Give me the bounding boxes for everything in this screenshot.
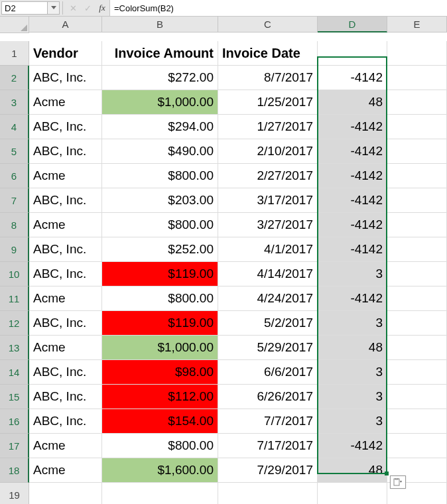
cell-C3[interactable]: 1/25/2017 [218,90,318,115]
cell-C4[interactable]: 1/27/2017 [218,115,318,139]
cell-E9[interactable] [387,237,447,262]
cell-A13[interactable]: Acme [29,336,102,360]
cell-A15[interactable]: ABC, Inc. [29,385,102,409]
cell-B17[interactable]: $800.00 [102,434,218,458]
cell-B3[interactable]: $1,000.00 [102,90,218,115]
column-header-B[interactable]: B [102,17,218,32]
cell-C13[interactable]: 5/29/2017 [218,336,318,360]
cell-C16[interactable]: 7/7/2017 [218,409,318,434]
row-header-12[interactable]: 12 [0,311,29,336]
cell-E16[interactable] [387,409,447,434]
cell-C11[interactable]: 4/24/2017 [218,286,318,311]
row-header-18[interactable]: 18 [0,458,29,483]
cell-A10[interactable]: ABC, Inc. [29,262,102,286]
cell-D16[interactable]: 3 [318,409,387,434]
cell-C14[interactable]: 6/6/2017 [218,360,318,385]
name-box[interactable] [1,1,48,15]
column-header-E[interactable]: E [387,17,447,32]
enter-formula-button[interactable]: ✓ [80,0,95,16]
cell-B5[interactable]: $490.00 [102,139,218,164]
cell-A7[interactable]: ABC, Inc. [29,188,102,213]
select-all-corner[interactable] [0,17,29,33]
cell-D14[interactable]: 3 [318,360,387,385]
insert-function-button[interactable]: fx [95,0,109,16]
cell-C8[interactable]: 3/27/2017 [218,213,318,237]
cell-B11[interactable]: $800.00 [102,286,218,311]
cell-D8[interactable]: -4142 [318,213,387,237]
cell-E6[interactable] [387,164,447,188]
cell-D17[interactable]: -4142 [318,434,387,458]
cell-A11[interactable]: Acme [29,286,102,311]
row-header-11[interactable]: 11 [0,286,29,311]
row-header-13[interactable]: 13 [0,336,29,360]
cell-C17[interactable]: 7/17/2017 [218,434,318,458]
cell-C19[interactable] [218,483,318,504]
row-header-7[interactable]: 7 [0,188,29,213]
column-header-D[interactable]: D [318,17,387,32]
row-header-8[interactable]: 8 [0,213,29,237]
cell-A3[interactable]: Acme [29,90,102,115]
cell-D5[interactable]: -4142 [318,139,387,164]
row-header-4[interactable]: 4 [0,115,29,139]
cell-A6[interactable]: Acme [29,164,102,188]
cell-A12[interactable]: ABC, Inc. [29,311,102,336]
cell-A2[interactable]: ABC, Inc. [29,66,102,90]
cell-E3[interactable] [387,90,447,115]
cell-E14[interactable] [387,360,447,385]
column-header-C[interactable]: C [218,17,318,32]
cell-D18[interactable]: 48 [318,458,387,483]
row-header-19[interactable]: 19 [0,483,29,504]
cell-A5[interactable]: ABC, Inc. [29,139,102,164]
cell-E8[interactable] [387,213,447,237]
name-box-dropdown[interactable] [48,1,60,15]
cell-D9[interactable]: -4142 [318,237,387,262]
cell-A18[interactable]: Acme [29,458,102,483]
row-header-1[interactable]: 1 [0,41,29,66]
cell-E11[interactable] [387,286,447,311]
cell-C7[interactable]: 3/17/2017 [218,188,318,213]
cell-E13[interactable] [387,336,447,360]
cell-E1[interactable] [387,41,447,66]
cell-D7[interactable]: -4142 [318,188,387,213]
cell-B10[interactable]: $119.00 [102,262,218,286]
row-header-14[interactable]: 14 [0,360,29,385]
cell-C6[interactable]: 2/27/2017 [218,164,318,188]
cell-E5[interactable] [387,139,447,164]
cell-C12[interactable]: 5/2/2017 [218,311,318,336]
cell-D15[interactable]: 3 [318,385,387,409]
cell-E2[interactable] [387,66,447,90]
cell-A8[interactable]: Acme [29,213,102,237]
cell-D2[interactable]: -4142 [318,66,387,90]
row-header-10[interactable]: 10 [0,262,29,286]
cell-B13[interactable]: $1,000.00 [102,336,218,360]
cell-E17[interactable] [387,434,447,458]
row-header-17[interactable]: 17 [0,434,29,458]
cell-E15[interactable] [387,385,447,409]
cell-E12[interactable] [387,311,447,336]
cell-D19[interactable] [318,483,387,504]
cell-C9[interactable]: 4/1/2017 [218,237,318,262]
cell-A17[interactable]: Acme [29,434,102,458]
cell-B8[interactable]: $800.00 [102,213,218,237]
row-header-16[interactable]: 16 [0,409,29,434]
cell-B16[interactable]: $154.00 [102,409,218,434]
cell-B18[interactable]: $1,600.00 [102,458,218,483]
cell-D11[interactable]: -4142 [318,286,387,311]
cell-B2[interactable]: $272.00 [102,66,218,90]
cell-D13[interactable]: 48 [318,336,387,360]
worksheet[interactable]: ABCDE1VendorInvoice AmountInvoice Date2A… [0,17,447,504]
cell-D4[interactable]: -4142 [318,115,387,139]
cell-E7[interactable] [387,188,447,213]
cell-B19[interactable] [102,483,218,504]
cell-A1[interactable]: Vendor [29,41,102,66]
cell-A14[interactable]: ABC, Inc. [29,360,102,385]
cell-B9[interactable]: $252.00 [102,237,218,262]
cell-C2[interactable]: 8/7/2017 [218,66,318,90]
column-header-A[interactable]: A [29,17,102,32]
cell-C5[interactable]: 2/10/2017 [218,139,318,164]
cell-B6[interactable]: $800.00 [102,164,218,188]
cell-A4[interactable]: ABC, Inc. [29,115,102,139]
cell-D1[interactable] [318,41,387,66]
cell-E10[interactable] [387,262,447,286]
cell-D10[interactable]: 3 [318,262,387,286]
